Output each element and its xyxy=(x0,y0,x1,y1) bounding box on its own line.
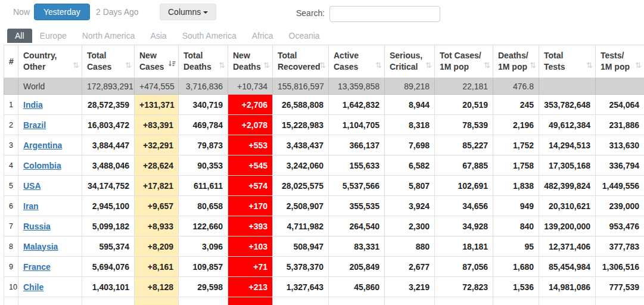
table-row: 5USA34,174,752+17,821611,611+57428,025,5… xyxy=(4,176,644,196)
cell-value: 90,353 xyxy=(179,155,228,176)
column-header-label: New Deaths xyxy=(233,51,261,71)
sort-both-icon[interactable]: ⇅ xyxy=(425,60,432,71)
table-row: 1India28,572,359+131,371340,719+2,70626,… xyxy=(4,95,644,115)
sort-both-icon[interactable]: ⇅ xyxy=(484,60,490,71)
sort-both-icon[interactable]: ⇅ xyxy=(635,60,642,71)
country-link-russia[interactable]: Russia xyxy=(23,222,51,231)
column-header-total[interactable]: Total Recovered⇅ xyxy=(273,45,329,78)
cell-value: 16,803,472 xyxy=(82,115,135,135)
sort-both-icon[interactable]: ⇅ xyxy=(319,60,326,71)
cell-value: 17,305,168 xyxy=(539,155,596,176)
cell-value: 28,025,575 xyxy=(273,176,329,196)
cell-value: 245 xyxy=(493,95,539,115)
country-link-chile[interactable]: Chile xyxy=(23,282,43,292)
column-header-new[interactable]: New Deaths⇅ xyxy=(228,45,273,78)
column-header-label: Tests/ 1M pop xyxy=(601,51,630,71)
yesterday-button[interactable]: Yesterday xyxy=(34,4,90,20)
column-header-total[interactable]: Total Tests⇅ xyxy=(539,45,596,78)
cell-value: +393 xyxy=(228,216,273,236)
cell-value: 336,794 xyxy=(596,155,644,176)
column-header-total[interactable]: Total Deaths⇅ xyxy=(179,45,228,78)
cell-value: 949 xyxy=(493,196,539,216)
country-link-usa[interactable]: USA xyxy=(23,181,41,191)
country-link-malaysia[interactable]: Malaysia xyxy=(23,242,58,251)
column-header-label: Tot Cases/ 1M pop xyxy=(440,51,481,71)
cell-value: 777,539 xyxy=(596,277,644,297)
sort-both-icon[interactable]: ⇅ xyxy=(530,60,536,71)
cell-value: 85,454,984 xyxy=(539,257,596,277)
rank-cell: 5 xyxy=(4,176,18,196)
cell-value: 15,228,983 xyxy=(273,115,329,135)
country-link-france[interactable]: France xyxy=(23,262,51,272)
now-button[interactable]: Now xyxy=(13,7,30,17)
cell-empty xyxy=(18,297,82,305)
sort-both-icon[interactable]: ⇅ xyxy=(125,60,132,71)
cell-value: 205,849 xyxy=(329,257,385,277)
cell-value: 5,378,370 xyxy=(273,257,329,277)
country-link-argentina[interactable]: Argentina xyxy=(23,141,62,150)
column-header-label: New Cases xyxy=(139,51,164,71)
cell-value: 1,680 xyxy=(493,257,539,277)
country-link-colombia[interactable]: Colombia xyxy=(23,161,61,170)
table-row: 8Malaysia595,374+8,2093,096+103508,94783… xyxy=(4,236,644,257)
column-header-country[interactable]: Country, Other⇅ xyxy=(18,45,82,78)
tab-europe[interactable]: Europe xyxy=(32,29,74,43)
table-header-row: #Country, Other⇅Total Cases⇅New CasesTot… xyxy=(4,45,644,78)
sort-both-icon[interactable]: ⇅ xyxy=(73,60,79,71)
cell-value: +32,291 xyxy=(135,135,179,155)
column-header-deaths[interactable]: Deaths/ 1M pop⇅ xyxy=(493,45,539,78)
cell-empty xyxy=(179,297,228,305)
column-header-active[interactable]: Active Cases⇅ xyxy=(329,45,385,78)
tab-north-america[interactable]: North America xyxy=(74,29,143,43)
column-header-tot-cases[interactable]: Tot Cases/ 1M pop⇅ xyxy=(435,45,493,78)
two-days-ago-button[interactable]: 2 Days Ago xyxy=(96,7,139,17)
cell-value: 313,630 xyxy=(596,135,644,155)
sort-both-icon[interactable]: ⇅ xyxy=(219,60,225,71)
cell-value: 880 xyxy=(385,236,435,257)
columns-label: Columns xyxy=(168,7,201,17)
column-header-tests[interactable]: Tests/ 1M pop⇅ xyxy=(596,45,644,78)
country-cell: USA xyxy=(18,176,82,196)
sort-both-icon[interactable]: ⇅ xyxy=(586,60,593,71)
cell-value: 20,519 xyxy=(435,95,493,115)
country-link-india[interactable]: India xyxy=(23,100,43,110)
tab-oceania[interactable]: Oceania xyxy=(281,29,328,43)
tab-all[interactable]: All xyxy=(7,29,32,43)
country-link-iran[interactable]: Iran xyxy=(23,201,39,211)
cell-value: 14,294,513 xyxy=(539,135,596,155)
cell-value: 34,174,752 xyxy=(82,176,135,196)
cell-value: 1,752 xyxy=(493,135,539,155)
tab-south-america[interactable]: South America xyxy=(175,29,244,43)
cell-value: 102,691 xyxy=(435,176,493,196)
cell-value: 18,181 xyxy=(435,236,493,257)
table-row: 7Russia5,099,182+8,933122,660+3934,711,9… xyxy=(4,216,644,236)
rank-cell: 6 xyxy=(4,196,18,216)
sort-both-icon[interactable]: ⇅ xyxy=(375,60,382,71)
column-header-serious[interactable]: Serious, Critical⇅ xyxy=(385,45,435,78)
cell-value: 20,310,621 xyxy=(539,196,596,216)
tab-asia[interactable]: Asia xyxy=(142,29,174,43)
cell-empty xyxy=(82,297,135,305)
cell-value: 122,660 xyxy=(179,216,228,236)
column-header-new[interactable]: New Cases xyxy=(135,45,179,78)
cell-value: 377,783 xyxy=(596,236,644,257)
cell-value: 6,582 xyxy=(385,155,435,176)
column-header-label: Total Tests xyxy=(544,51,565,71)
rank-cell: 4 xyxy=(4,155,18,176)
column-header-label: Serious, Critical xyxy=(390,51,422,71)
cell-value: 4,711,982 xyxy=(273,216,329,236)
sort-both-icon[interactable]: ⇅ xyxy=(263,60,270,71)
column-header-total[interactable]: Total Cases⇅ xyxy=(82,45,135,78)
columns-dropdown-button[interactable]: Columns xyxy=(160,4,216,20)
tab-africa[interactable]: Africa xyxy=(244,29,281,43)
sort-desc-active-icon[interactable] xyxy=(168,60,176,71)
cell-value: +83,391 xyxy=(135,115,179,135)
column-header-label: Country, Other xyxy=(23,51,57,71)
cell-value: +8,128 xyxy=(135,277,179,297)
cell-value: 85,227 xyxy=(435,135,493,155)
cell-value: 1,642,832 xyxy=(329,95,385,115)
cell-value: 78,539 xyxy=(435,115,493,135)
search-input[interactable] xyxy=(329,6,440,22)
cell-empty xyxy=(135,297,179,305)
country-link-brazil[interactable]: Brazil xyxy=(23,120,46,130)
